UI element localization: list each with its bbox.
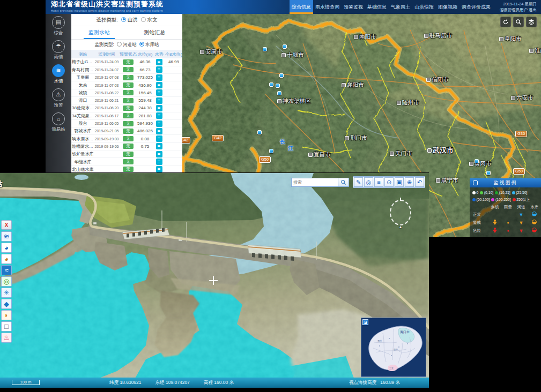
overview-icon: ▤: [52, 16, 65, 29]
water-icon: ≋: [52, 64, 65, 77]
legend-panel: 监视图例 0 (0,10] (10,25] (25,50] (50,100] (…: [470, 178, 541, 237]
sidebar-item-shuiqing[interactable]: ≋水情: [46, 62, 71, 86]
3d-toolbar-left: X ≋ ◕ ◕ ≈ ◎ ✳ ◆ ◗ □ ♨: [1, 220, 13, 344]
tool-splash-icon[interactable]: ✳: [1, 288, 12, 298]
station-marker[interactable]: [279, 73, 284, 78]
station-marker[interactable]: [283, 44, 287, 49]
city-label: 十堰市: [281, 51, 304, 59]
close-icon[interactable]: X: [1, 220, 12, 230]
table-row[interactable]: 38处湖水位...2019-11-06 20无244.38=: [71, 104, 182, 112]
nav-item[interactable]: 气象国土: [389, 0, 412, 14]
station-marker[interactable]: [475, 159, 479, 163]
station-marker[interactable]: [257, 130, 262, 134]
app-brand: 湖北省省级山洪灾害监测预警系统 Hubei provincial mountai…: [51, 1, 164, 14]
city-label: 咸宁市: [436, 177, 458, 184]
station-marker[interactable]: [276, 84, 280, 88]
table-row[interactable]: 青马村雨量...2019-11-24 07无66.73=: [71, 66, 182, 73]
back-icon[interactable]: ↶: [415, 177, 424, 187]
table-row[interactable]: 潭口2019-11-06 21无559.48=: [71, 96, 182, 104]
legend-icon: [473, 180, 478, 185]
tool-terrain-icon[interactable]: ◗: [1, 310, 12, 320]
tool-waves-icon[interactable]: ≈: [1, 265, 12, 275]
table-row[interactable]: 梅子山GPS站...2019-11-24 09无46.36=46.99: [71, 58, 182, 66]
nav-item[interactable]: 雨水情查询: [313, 0, 342, 14]
edit-icon[interactable]: ✎: [354, 177, 363, 187]
tool-flood-icon[interactable]: ◆: [1, 299, 12, 309]
tool-swirl-orange-icon[interactable]: ◕: [1, 254, 12, 264]
3d-viewer-window: 站 X ≋ ◕ ◕ ≈ ◎ ✳ ◆ ◗ □ ♨ ✎ ◎ ≡ ⊙ ▣ ⊕ ↶: [0, 172, 429, 388]
legend-title: 监视图例: [480, 179, 530, 186]
legend-table: 乡镇雨量河道水库 正常▼ 警戒●▼ 危险●▼: [470, 204, 541, 235]
panel-tabs: 监测水站 测站汇总: [71, 26, 182, 40]
road-badge: G50: [259, 156, 271, 163]
table-row[interactable]: 34芜湖泉水...2019-11-06 17无281.88=: [71, 112, 182, 119]
river-label: 长: [280, 138, 285, 146]
city-label: 淮南市: [529, 47, 541, 55]
tool-rain-icon[interactable]: ≋: [1, 231, 12, 242]
table-row[interactable]: 殷台2019-11-06 05无594.930=: [71, 119, 182, 127]
table-row[interactable]: 玉皇阁2019-11-07 08无773.025=: [71, 74, 182, 81]
city-label: 天门市: [390, 150, 412, 157]
scale-indicator: 100 m: [12, 380, 40, 385]
station-marker[interactable]: [263, 47, 267, 51]
nav-item[interactable]: 预警监视: [342, 0, 365, 14]
inset-district-label: 儋州: [377, 340, 382, 342]
city-label: 神农架林区: [277, 97, 311, 105]
app-subtitle: Hubei provincial mountain torrent disast…: [51, 7, 164, 14]
table-row[interactable]: 响水洞水库(...2019-09-19 00无0.08=: [71, 135, 182, 142]
radio-shuikuzhan[interactable]: 水库站: [139, 42, 159, 48]
overview-inset-map[interactable]: 海口市 儋州 琼中 三亚 ◪: [361, 318, 426, 377]
city-label: 随州市: [397, 99, 419, 107]
main-nav: 综合信息 雨水情查询 预警监视 基础信息 气象国土 山洪快报 图像视频 调查评价…: [290, 0, 493, 14]
nav-item[interactable]: 基础信息: [365, 0, 389, 14]
camera-icon[interactable]: ◎: [364, 177, 373, 187]
sidebar-item-yuqing[interactable]: ☂雨情: [46, 38, 71, 62]
inset-district-label: 琼中: [394, 348, 398, 351]
sidebar-item-jianyizhan[interactable]: ⌂简易站: [46, 110, 71, 134]
sidebar-item-zonghe[interactable]: ▤综合: [46, 14, 71, 38]
table-row[interactable]: 鄂城水库2019-09-21 05无486.025=: [71, 127, 182, 135]
globe-icon[interactable]: ⊕: [405, 177, 414, 187]
station-marker[interactable]: [269, 82, 273, 87]
3d-status-bar: 100 m 纬度 18.630621 东经 109.074207 高程 160.…: [0, 378, 429, 388]
station-marker[interactable]: [486, 171, 491, 175]
tool-swirl-blue-icon[interactable]: ◕: [1, 243, 12, 253]
tab-cezhan-huizong[interactable]: 测站汇总: [127, 26, 183, 39]
sidebar-item-yujing[interactable]: ⚠预警: [46, 86, 71, 110]
nav-item[interactable]: 调查评价成果: [460, 0, 493, 14]
table-row[interactable]: 朱余2019-11-07 03无436.90=: [71, 81, 182, 89]
tab-jiance-shuizhan[interactable]: 监测水站: [71, 26, 127, 39]
nav-item[interactable]: 综合信息: [290, 0, 313, 14]
station-marker[interactable]: [269, 149, 273, 153]
eye-altitude-value: 视点海拔高度 160.89 米: [349, 380, 400, 386]
list-icon[interactable]: ≡: [374, 177, 383, 187]
station-marker[interactable]: [277, 91, 281, 95]
eye-icon[interactable]: ⊙: [384, 177, 394, 187]
latitude-value: 纬度 18.630621: [109, 380, 142, 386]
table-row[interactable]: 险槽露水库(...2019-09-19 06无0.75=: [71, 142, 182, 150]
radio-shuiwen[interactable]: 水文: [141, 17, 158, 24]
table-row[interactable]: 华能水库无=: [71, 158, 182, 165]
filter-selector: 监测类型: 河道站 水库站: [71, 40, 182, 50]
tool-frame-icon[interactable]: □: [1, 321, 12, 331]
tool-analysis-icon[interactable]: ♨: [1, 333, 12, 343]
search-input[interactable]: [291, 178, 338, 187]
radio-hedaozhan[interactable]: 河道站: [117, 42, 137, 48]
user-label[interactable]: 省级管理员用户 退出: [499, 7, 537, 13]
nav-item[interactable]: 山洪快报: [412, 0, 436, 14]
date-label: 2019-11-24 星期日: [499, 1, 537, 7]
inset-toggle-icon[interactable]: ◪: [362, 319, 368, 325]
table-row[interactable]: 铁炉量水库无=: [71, 150, 182, 158]
nav-item[interactable]: 图像视频: [436, 0, 460, 14]
compass-control[interactable]: [390, 200, 411, 225]
3d-search: [291, 178, 349, 187]
search-icon[interactable]: [513, 17, 524, 27]
search-icon[interactable]: [338, 178, 349, 187]
legend-header[interactable]: 监视图例: [470, 178, 541, 187]
image-icon[interactable]: ▣: [395, 177, 404, 187]
radio-shanhong[interactable]: 山洪: [121, 17, 138, 24]
rotate-icon[interactable]: [500, 17, 511, 27]
tool-target-icon[interactable]: ◎: [1, 276, 12, 287]
layers-icon[interactable]: [526, 17, 537, 27]
table-row[interactable]: 城陵2019-11-06 22无156.45=: [71, 89, 182, 96]
